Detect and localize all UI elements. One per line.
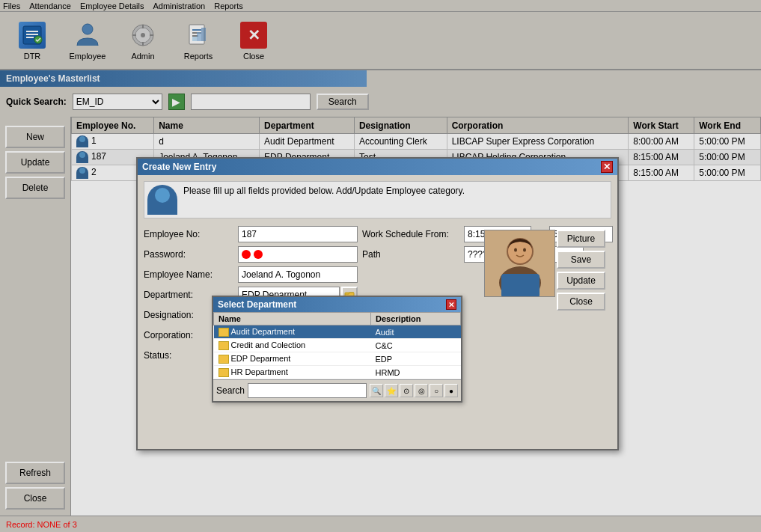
dept-row[interactable]: Credit and Colection C&C: [214, 339, 461, 352]
dept-cell-name: HR Department: [214, 366, 371, 379]
empno-label: Employee No:: [144, 229, 233, 239]
sub-dialog-close-button[interactable]: ✕: [446, 299, 456, 310]
dept-cell-desc: EDP: [371, 352, 461, 366]
update-button[interactable]: Update: [557, 272, 605, 290]
dept-table: Name Description Audit Department Audit …: [213, 312, 461, 379]
photo-area: [484, 230, 555, 297]
dept-cell-desc: C&C: [371, 339, 461, 352]
photo-placeholder: [485, 230, 555, 297]
work-schedule-label: Work Schedule From:: [362, 229, 459, 239]
dept-row[interactable]: Audit Department Audit: [214, 325, 461, 339]
pwd-dot-2: [254, 250, 263, 259]
sub-search-icons: 🔍 ⭐ ⊙ ◎ ○ ●: [370, 384, 458, 397]
password-label: Password:: [144, 249, 233, 260]
dept-row[interactable]: HR Department HRMD: [214, 366, 461, 379]
dept-cell-name: Audit Department: [214, 325, 371, 339]
svg-rect-27: [501, 274, 540, 297]
dept-col-desc: Description: [371, 313, 461, 325]
dept-cell-desc: Audit: [371, 325, 461, 339]
dialog-titlebar: Create New Entry ✕: [138, 159, 617, 175]
sub-search-btn-6[interactable]: ●: [444, 384, 458, 397]
dept-col-name: Name: [214, 313, 371, 325]
save-button[interactable]: Save: [557, 251, 605, 269]
dialog-title: Create New Entry: [142, 162, 216, 172]
password-field[interactable]: [238, 246, 358, 263]
sub-search-btn-5[interactable]: ○: [430, 384, 443, 397]
dept-cell-name: EDP Deparment: [214, 352, 371, 366]
dept-cell-name: Credit and Colection: [214, 339, 371, 352]
pwd-dot-1: [242, 250, 251, 259]
dept-row[interactable]: EDP Deparment EDP: [214, 352, 461, 366]
sub-dialog-titlebar: Select Department ✕: [213, 297, 461, 312]
sub-search-label: Search: [216, 385, 245, 396]
action-buttons: Picture Save Update Close: [557, 230, 605, 311]
picture-button[interactable]: Picture: [557, 230, 605, 248]
dialog-close-button[interactable]: ✕: [601, 161, 613, 173]
dialog-close-action-button[interactable]: Close: [557, 293, 605, 311]
empno-input[interactable]: [238, 226, 358, 242]
svg-point-25: [514, 248, 517, 252]
empname-input[interactable]: [238, 266, 358, 283]
dialog-info-text: Please fill up all fields provided below…: [183, 185, 465, 198]
path-label: Path: [362, 249, 459, 260]
sub-search-input[interactable]: [248, 383, 367, 398]
svg-point-26: [523, 248, 526, 252]
sub-dialog-title: Select Department: [218, 299, 296, 310]
sub-search-btn-3[interactable]: ⊙: [400, 384, 413, 397]
dialog-info: Please fill up all fields provided below…: [144, 181, 611, 218]
sub-search-bar: Search 🔍 ⭐ ⊙ ◎ ○ ●: [213, 379, 461, 401]
select-department-dialog: Select Department ✕ Name Description Aud…: [212, 296, 462, 403]
sub-search-btn-2[interactable]: ⭐: [385, 384, 398, 397]
empname-label: Employee Name:: [144, 269, 233, 280]
sub-search-btn-4[interactable]: ◎: [415, 384, 428, 397]
dept-cell-desc: HRMD: [371, 366, 461, 379]
dialog-info-icon: [147, 185, 177, 215]
sub-search-btn-1[interactable]: 🔍: [370, 384, 383, 397]
